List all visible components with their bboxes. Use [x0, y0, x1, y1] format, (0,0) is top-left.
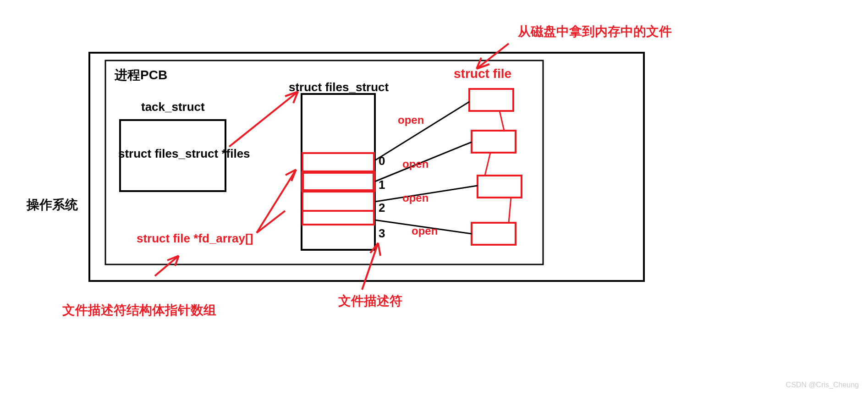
svg-line-20 — [257, 170, 296, 233]
svg-rect-4 — [302, 153, 374, 171]
svg-line-23 — [155, 256, 179, 276]
svg-line-12 — [500, 111, 504, 131]
label-task-struct: tack_struct — [141, 100, 205, 114]
label-files-struct-title: struct files_struct — [289, 80, 389, 94]
label-open-1: open — [402, 158, 429, 170]
svg-rect-5 — [302, 172, 374, 191]
svg-line-24 — [362, 243, 378, 290]
watermark: CSDN @Cris_Cheung — [786, 381, 859, 389]
svg-rect-10 — [478, 176, 522, 198]
label-index-3: 3 — [379, 226, 385, 241]
svg-line-13 — [485, 153, 490, 176]
label-os: 操作系统 — [27, 196, 78, 214]
label-pcb: 进程PCB — [115, 66, 167, 84]
svg-rect-7 — [302, 211, 374, 225]
label-index-0: 0 — [379, 154, 385, 168]
diagram-svg — [0, 0, 868, 396]
label-open-2: open — [402, 192, 429, 204]
label-open-3: open — [412, 225, 438, 237]
svg-rect-9 — [472, 131, 516, 153]
label-files-ptr: struct files_struct *files — [118, 147, 250, 161]
svg-line-22 — [477, 44, 509, 69]
svg-rect-6 — [302, 192, 374, 211]
svg-line-15 — [375, 102, 469, 160]
label-index-2: 2 — [379, 201, 385, 215]
label-fd-note-right: 文件描述符 — [338, 292, 402, 310]
label-fd-note-left: 文件描述符结构体指针数组 — [62, 302, 216, 319]
svg-line-14 — [509, 198, 511, 223]
label-fd-array: struct file *fd_array[] — [137, 231, 253, 246]
svg-rect-3 — [302, 94, 375, 250]
label-struct-file: struct file — [454, 66, 511, 81]
svg-line-21 — [257, 211, 285, 233]
svg-line-19 — [229, 92, 298, 147]
svg-rect-8 — [469, 89, 513, 111]
label-open-0: open — [398, 114, 424, 126]
svg-rect-11 — [472, 223, 516, 245]
label-top-note: 从磁盘中拿到内存中的文件 — [518, 23, 672, 40]
label-index-1: 1 — [379, 178, 385, 192]
